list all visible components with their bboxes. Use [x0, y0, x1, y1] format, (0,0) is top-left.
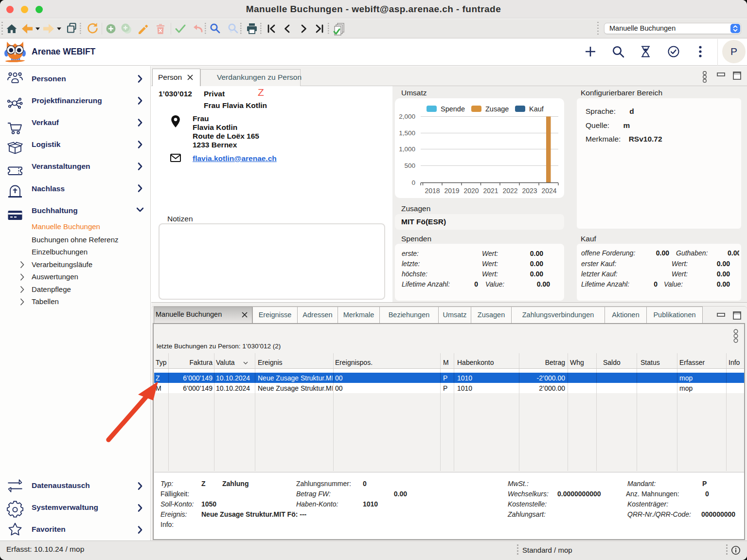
svg-text:1,000: 1,000 [399, 145, 415, 153]
svg-text:0: 0 [411, 179, 415, 186]
svg-text:Zusage: Zusage [485, 105, 509, 113]
svg-text:2023: 2023 [522, 187, 537, 195]
svg-text:Spende: Spende [441, 105, 465, 113]
svg-text:Kauf: Kauf [529, 105, 544, 113]
svg-text:2018: 2018 [425, 187, 440, 195]
svg-text:2,000: 2,000 [399, 113, 415, 120]
svg-text:2019: 2019 [444, 187, 459, 195]
svg-text:1,500: 1,500 [399, 129, 415, 137]
svg-text:2020: 2020 [463, 187, 479, 195]
svg-text:2022: 2022 [502, 187, 517, 195]
svg-text:500: 500 [404, 162, 415, 169]
svg-text:2024: 2024 [541, 187, 556, 195]
svg-text:2021: 2021 [483, 187, 498, 195]
